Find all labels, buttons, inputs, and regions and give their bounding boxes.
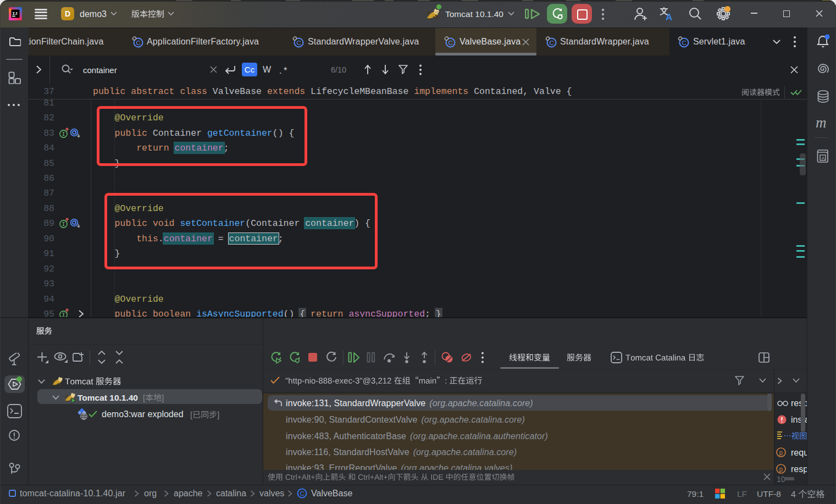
svg-text:C: C [297, 40, 301, 46]
svg-text:C: C [550, 40, 554, 46]
svg-text:C: C [682, 40, 686, 46]
svg-text:p: p [779, 466, 783, 473]
svg-text:IJ: IJ [12, 11, 18, 16]
svg-text:C: C [300, 490, 304, 497]
svg-text:C: C [449, 40, 453, 46]
svg-text:p: p [779, 449, 783, 457]
svg-text:A: A [666, 12, 672, 21]
svg-text:C: C [136, 40, 141, 46]
svg-text:A: A [822, 156, 825, 161]
